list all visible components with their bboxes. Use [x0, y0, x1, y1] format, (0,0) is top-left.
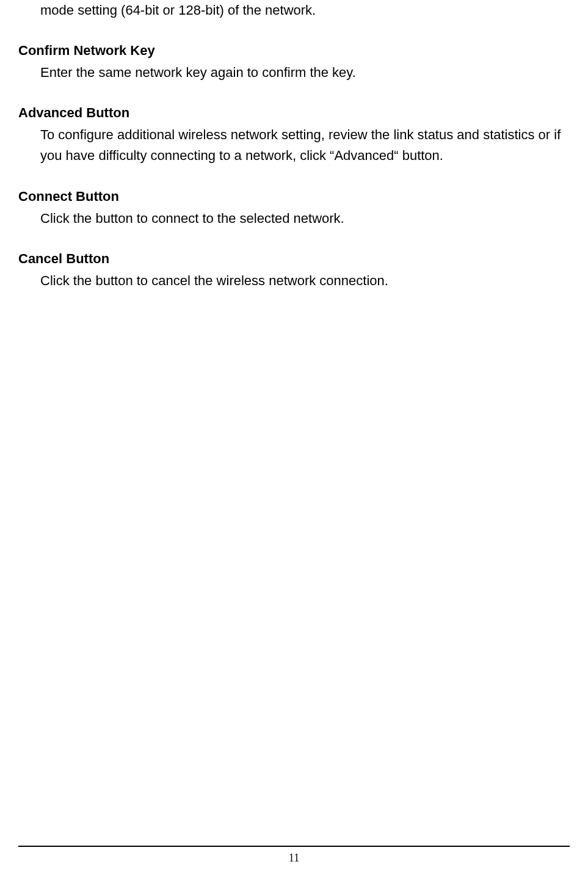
heading-confirm-network-key: Confirm Network Key — [18, 40, 570, 61]
page-footer: 11 — [18, 846, 570, 865]
section-advanced-button: Advanced Button To configure additional … — [18, 103, 570, 166]
heading-cancel-button: Cancel Button — [18, 249, 570, 269]
heading-connect-button: Connect Button — [18, 186, 570, 207]
section-confirm-network-key: Confirm Network Key Enter the same netwo… — [18, 40, 570, 83]
body-advanced-button: To configure additional wireless network… — [40, 125, 570, 166]
page-content: mode setting (64-bit or 128-bit) of the … — [0, 0, 588, 291]
fragment-text: mode setting (64-bit or 128-bit) of the … — [40, 0, 570, 21]
heading-advanced-button: Advanced Button — [18, 103, 570, 123]
body-cancel-button: Click the button to cancel the wireless … — [40, 270, 570, 291]
section-cancel-button: Cancel Button Click the button to cancel… — [18, 249, 570, 291]
page-number: 11 — [289, 852, 299, 864]
body-connect-button: Click the button to connect to the selec… — [40, 208, 570, 229]
section-connect-button: Connect Button Click the button to conne… — [18, 186, 570, 229]
body-confirm-network-key: Enter the same network key again to conf… — [40, 62, 570, 83]
